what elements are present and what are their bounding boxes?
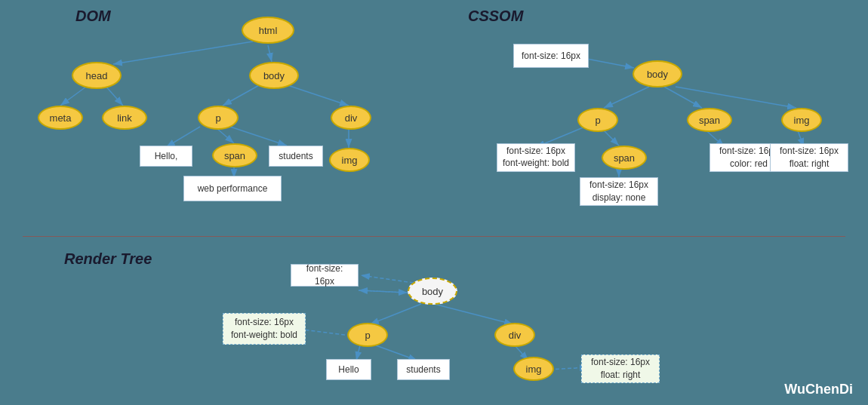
diagram-container: DOM html head body meta link p div Hello… [0, 0, 868, 405]
dom-html-node: html [242, 17, 294, 44]
dom-div-node: div [331, 106, 371, 130]
svg-line-25 [370, 304, 421, 324]
dom-hello-node: Hello, [140, 146, 192, 167]
svg-line-23 [359, 290, 408, 293]
cssom-title: CSSOM [468, 8, 523, 25]
dom-web-performance-node: web performance [183, 176, 282, 201]
svg-line-2 [113, 41, 253, 64]
render-title: Render Tree [64, 250, 152, 268]
svg-line-9 [217, 128, 234, 143]
cssom-span-node: span [687, 108, 732, 132]
svg-line-14 [604, 87, 649, 108]
cssom-img-node: img [781, 108, 822, 132]
dom-span-node: span [212, 143, 257, 167]
dom-meta-node: meta [38, 106, 83, 130]
render-hello-node: Hello [326, 359, 371, 380]
cssom-body-node: body [633, 60, 682, 87]
svg-line-29 [376, 345, 417, 361]
cssom-span-display-none-node: font-size: 16px display: none [580, 177, 658, 206]
dom-link-node: link [102, 106, 147, 130]
render-img-props-node: font-size: 16px float: right [581, 354, 660, 383]
render-body-node: body [408, 278, 457, 305]
svg-line-7 [285, 84, 349, 106]
svg-line-22 [359, 290, 408, 293]
svg-line-16 [676, 87, 796, 108]
cssom-p-node: p [577, 108, 618, 132]
cssom-p-props-node: font-size: 16px font-weight: bold [497, 143, 575, 172]
section-divider [23, 236, 845, 237]
render-p-node: p [347, 323, 388, 347]
dom-head-node: head [72, 62, 122, 89]
watermark: WuChenDi [784, 382, 853, 397]
svg-line-28 [356, 345, 360, 361]
svg-line-8 [166, 127, 200, 147]
render-fontsize-top-node: font-size: 16px [291, 264, 359, 287]
cssom-span-child-node: span [602, 146, 647, 170]
dom-img-node: img [329, 148, 370, 172]
svg-line-6 [223, 84, 260, 106]
svg-line-26 [434, 304, 513, 324]
render-div-node: div [494, 323, 535, 347]
cssom-img-props-node: font-size: 16px float: right [770, 143, 848, 172]
dom-p-node: p [198, 106, 239, 130]
svg-line-24 [361, 275, 414, 283]
svg-line-15 [664, 87, 702, 108]
dom-body-node: body [249, 62, 299, 89]
svg-line-4 [60, 84, 89, 106]
arrows-svg [0, 0, 868, 405]
svg-line-3 [268, 45, 272, 62]
dom-students-node: students [269, 146, 323, 167]
render-img-node: img [513, 357, 554, 381]
render-p-props-node: font-size: 16px font-weight: bold [223, 313, 306, 345]
cssom-fontsize-top-node: font-size: 16px [513, 44, 589, 68]
render-students-node: students [397, 359, 450, 380]
dom-title: DOM [75, 8, 111, 25]
